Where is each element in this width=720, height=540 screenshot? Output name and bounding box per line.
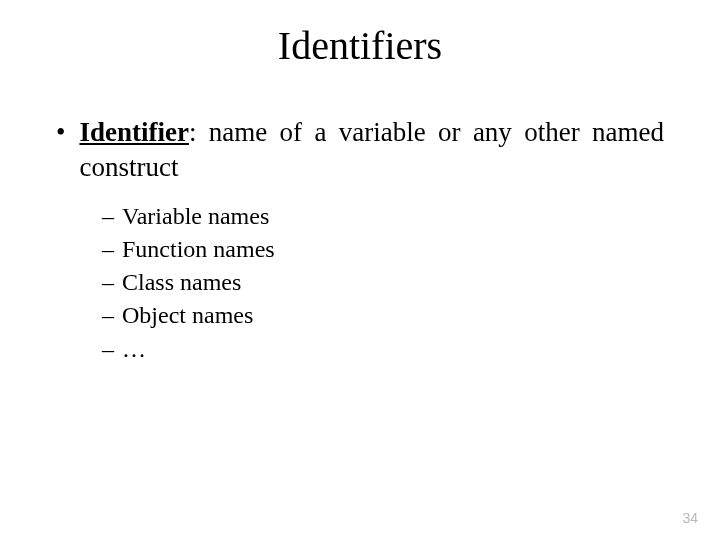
list-item: – Class names bbox=[102, 266, 672, 299]
sub-bullet-list: – Variable names – Function names – Clas… bbox=[102, 200, 672, 366]
sub-bullet-label: Variable names bbox=[122, 200, 269, 233]
sub-bullet-label: … bbox=[122, 333, 146, 366]
list-item: – … bbox=[102, 333, 672, 366]
main-bullet-text: Identifier: name of a variable or any ot… bbox=[79, 115, 664, 184]
slide-title: Identifiers bbox=[48, 22, 672, 69]
sub-bullet-label: Class names bbox=[122, 266, 241, 299]
list-item: – Function names bbox=[102, 233, 672, 266]
dash-icon: – bbox=[102, 200, 114, 233]
dash-icon: – bbox=[102, 333, 114, 366]
dash-icon: – bbox=[102, 233, 114, 266]
slide: Identifiers • Identifier: name of a vari… bbox=[0, 0, 720, 540]
sub-bullet-label: Function names bbox=[122, 233, 275, 266]
identifier-label: Identifier bbox=[79, 117, 188, 147]
list-item: – Variable names bbox=[102, 200, 672, 233]
bullet-dot: • bbox=[56, 115, 65, 184]
main-bullet: • Identifier: name of a variable or any … bbox=[56, 115, 664, 184]
page-number: 34 bbox=[682, 510, 698, 526]
list-item: – Object names bbox=[102, 299, 672, 332]
dash-icon: – bbox=[102, 266, 114, 299]
sub-bullet-label: Object names bbox=[122, 299, 253, 332]
dash-icon: – bbox=[102, 299, 114, 332]
